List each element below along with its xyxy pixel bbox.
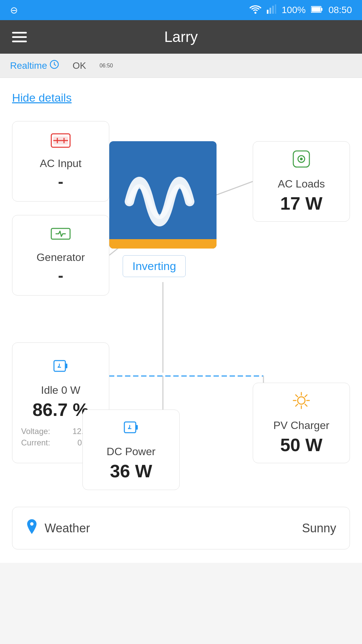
pv-charger-value: 50 W bbox=[280, 434, 322, 455]
svg-rect-6 bbox=[321, 8, 322, 11]
time: 08:50 bbox=[328, 5, 352, 15]
ac-input-icon bbox=[51, 132, 71, 152]
weather-label: Weather bbox=[45, 521, 90, 535]
generator-icon bbox=[51, 226, 71, 246]
svg-rect-7 bbox=[312, 7, 320, 12]
realtime-icon bbox=[50, 60, 59, 71]
battery-state-label: Idle 0 W bbox=[41, 384, 80, 396]
ac-loads-label: AC Loads bbox=[278, 178, 325, 190]
menu-button[interactable] bbox=[12, 32, 27, 42]
svg-rect-2 bbox=[269, 8, 271, 14]
ac-loads-value: 17 W bbox=[280, 193, 322, 214]
svg-rect-27 bbox=[65, 364, 67, 368]
battery-percent: 86.7 % bbox=[33, 399, 89, 420]
battery-card-icon bbox=[52, 357, 69, 379]
signal-icon bbox=[267, 4, 276, 16]
svg-point-25 bbox=[300, 158, 303, 160]
status-bar-left: ⊖ bbox=[10, 5, 18, 16]
svg-rect-3 bbox=[272, 6, 274, 14]
voltage-label: Voltage: bbox=[20, 426, 61, 437]
dc-power-card[interactable]: DC Power 36 W bbox=[82, 410, 180, 490]
svg-line-36 bbox=[305, 404, 307, 406]
svg-point-30 bbox=[298, 397, 305, 404]
ac-input-card[interactable]: AC Input - bbox=[12, 121, 109, 202]
ac-input-value: - bbox=[58, 172, 63, 191]
sub-header-time: 06:50 bbox=[100, 63, 113, 69]
battery-percent: 100% bbox=[282, 5, 306, 15]
current-label: Current: bbox=[20, 437, 61, 448]
pv-icon bbox=[292, 391, 311, 414]
status-bar-right: 100% 08:50 bbox=[249, 4, 352, 16]
inverter-center[interactable] bbox=[109, 141, 217, 249]
status-ok: OK bbox=[72, 60, 86, 71]
app-title: Larry bbox=[164, 29, 198, 45]
realtime-text: Realtime bbox=[10, 60, 47, 71]
dc-power-label: DC Power bbox=[107, 445, 156, 458]
ac-input-label: AC Input bbox=[40, 157, 82, 170]
svg-rect-1 bbox=[267, 10, 268, 14]
generator-card[interactable]: Generator - bbox=[12, 215, 109, 296]
svg-point-0 bbox=[254, 12, 256, 14]
location-icon bbox=[26, 519, 38, 537]
svg-line-38 bbox=[296, 404, 298, 406]
inverting-label: Inverting bbox=[123, 255, 186, 277]
svg-line-35 bbox=[296, 395, 298, 397]
battery-icon bbox=[311, 5, 323, 15]
sub-header: Realtime OK 06:50 bbox=[0, 54, 362, 78]
pv-charger-card[interactable]: PV Charger 50 W bbox=[253, 383, 350, 463]
svg-line-11 bbox=[217, 181, 253, 195]
do-not-disturb-icon: ⊖ bbox=[10, 5, 18, 16]
hide-details-link[interactable]: Hide details bbox=[12, 91, 72, 104]
weather-card[interactable]: Weather Sunny bbox=[12, 507, 350, 549]
ac-loads-icon bbox=[292, 150, 311, 172]
status-bar: ⊖ 100% bbox=[0, 0, 362, 20]
victron-logo bbox=[116, 148, 210, 242]
energy-diagram: AC Input - Generator - bbox=[12, 121, 350, 490]
app-bar: Larry bbox=[0, 20, 362, 54]
pv-charger-label: PV Charger bbox=[273, 419, 329, 432]
generator-label: Generator bbox=[37, 251, 85, 264]
svg-rect-29 bbox=[136, 425, 138, 430]
main-content: Hide details bbox=[0, 78, 362, 563]
wifi-icon bbox=[249, 4, 261, 16]
svg-line-37 bbox=[305, 395, 307, 397]
dc-power-value: 36 W bbox=[110, 461, 152, 481]
dc-power-icon bbox=[122, 419, 140, 440]
weather-left: Weather bbox=[26, 519, 90, 537]
realtime-label[interactable]: Realtime bbox=[10, 60, 59, 71]
inverter-orange-bar bbox=[109, 239, 217, 249]
generator-value: - bbox=[58, 266, 63, 285]
svg-rect-4 bbox=[275, 4, 276, 14]
ac-loads-card[interactable]: AC Loads 17 W bbox=[253, 141, 350, 222]
weather-value: Sunny bbox=[302, 521, 336, 535]
